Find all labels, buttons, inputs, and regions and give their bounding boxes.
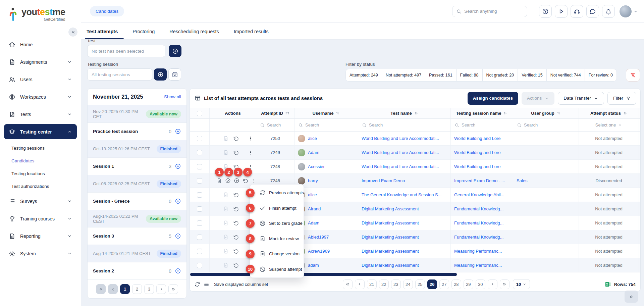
column-search-input[interactable] [369, 122, 450, 128]
data-transfer-dropdown-button[interactable]: Data Transfer [558, 92, 604, 105]
status-chip-not-graded[interactable]: Not graded: 20 [483, 69, 518, 81]
session-filter-input[interactable] [87, 68, 152, 81]
next-page-button[interactable] [156, 284, 166, 294]
column-search-input[interactable] [524, 122, 579, 128]
personal-report-icon[interactable] [216, 178, 222, 184]
page-button-29[interactable]: 29 [464, 279, 473, 289]
last-page-button[interactable] [168, 284, 178, 294]
session-name-link[interactable]: General Knowledge Abil... [454, 192, 504, 197]
column-search-field[interactable] [294, 122, 358, 128]
search-input[interactable] [464, 9, 523, 14]
clear-status-filter-button[interactable] [626, 69, 640, 82]
test-name-link[interactable]: Digital Marketing Assessment [362, 249, 419, 254]
session-date-row[interactable]: Oct-05-2025 02:25 PM CESTFinished [88, 175, 186, 193]
page-button-21[interactable]: 21 [367, 279, 377, 289]
test-name-link[interactable]: The General Knowledge and Session S... [362, 192, 441, 197]
test-name-link[interactable]: World Building and Lore Accommodati... [362, 136, 439, 141]
status-chip-not-verified[interactable]: Not verified: 744 [547, 69, 585, 81]
test-name-link[interactable]: World Building and Lore Accommodati... [362, 150, 439, 155]
excel-export-icon[interactable] [605, 281, 611, 288]
page-button-24[interactable]: 24 [403, 279, 413, 289]
column-search-input[interactable] [462, 122, 513, 128]
previous-page-button[interactable] [108, 284, 118, 294]
row-checkbox[interactable] [197, 249, 202, 254]
personal-report-icon[interactable] [223, 220, 229, 226]
column-search-input[interactable] [305, 122, 358, 128]
status-chip-attempted[interactable]: Attempted: 249 [346, 69, 382, 81]
session-date-row[interactable]: Aug-14-2025 01:21 PM CESTFinished [88, 245, 186, 262]
sidebar-item-workspaces[interactable]: Workspaces [4, 89, 77, 104]
status-chip-not-attempted[interactable]: Not attempted: 497 [382, 69, 425, 81]
column-header-label[interactable]: Testing session name [456, 111, 508, 116]
test-name-link[interactable]: Digital Marketing Assessment [362, 263, 419, 268]
sidebar-collapse-button[interactable] [68, 28, 77, 37]
row-checkbox[interactable] [197, 136, 202, 141]
session-date-row[interactable]: Aug-14-2025 01:22 PM CESTAvailable now [88, 210, 186, 227]
username-link[interactable]: Adam [308, 150, 319, 155]
add-test-button[interactable] [169, 45, 181, 57]
personal-report-icon[interactable] [223, 234, 229, 240]
menu-item-mark-for-review[interactable]: 8Mark for review [250, 231, 304, 247]
username-link[interactable]: Abled1997 [308, 235, 329, 240]
session-name-link[interactable]: Fundamental Knowledg... [454, 235, 503, 240]
menu-item-suspend-attempt[interactable]: 10Suspend attempt [250, 262, 304, 277]
username-link[interactable]: Afrand [308, 206, 321, 211]
username-link[interactable]: Acessier [308, 164, 325, 169]
more-actions-icon[interactable] [248, 150, 253, 155]
row-checkbox[interactable] [197, 206, 202, 212]
session-name-link[interactable]: Improved Exam Demo - ... [454, 178, 505, 183]
row-checkbox[interactable] [197, 220, 202, 226]
session-row[interactable]: Practice test session0 [88, 123, 186, 140]
sidebar-item-reporting[interactable]: Reporting [4, 228, 77, 244]
show-all-link[interactable]: Show all [164, 94, 181, 99]
last-page-button[interactable] [500, 279, 509, 289]
sidebar-item-testing-locations[interactable]: Testing locations [4, 167, 77, 180]
username-link[interactable]: Adam [308, 220, 319, 225]
column-search-field[interactable] [256, 122, 294, 128]
add-session-button[interactable] [154, 68, 167, 81]
tab-proctoring[interactable]: Proctoring [132, 29, 155, 39]
menu-item-change-version[interactable]: 9Change version [250, 246, 304, 262]
menu-item-previous-attempts[interactable]: 5Previous attempts [250, 185, 304, 201]
more-actions-icon[interactable] [251, 178, 256, 184]
page-button-28[interactable]: 28 [451, 279, 461, 289]
menu-item-set-to-zero-grade[interactable]: 7Set to zero grade [250, 216, 304, 231]
verify-attempt-icon[interactable] [225, 178, 231, 184]
session-name-link[interactable]: Measuring Performanc... [454, 263, 502, 268]
personal-report-icon[interactable] [223, 262, 229, 268]
columns-menu-icon[interactable] [204, 282, 209, 287]
username-link[interactable]: adam [308, 263, 319, 268]
session-name-link[interactable]: World Building and Lore [454, 150, 501, 155]
play-button[interactable] [555, 5, 568, 18]
test-name-link[interactable]: Digital Marketing Assessment [362, 235, 419, 240]
status-select-dropdown[interactable]: Select one [579, 122, 639, 128]
session-name-link[interactable]: World Building and Lore [454, 164, 501, 169]
session-row[interactable]: Session 13 [88, 158, 186, 175]
sidebar-item-testing-sessions[interactable]: Testing sessions [4, 142, 77, 154]
sidebar-item-home[interactable]: Home [4, 37, 77, 52]
username-link[interactable]: alice [308, 136, 317, 141]
refresh-icon[interactable] [195, 282, 200, 287]
row-checkbox[interactable] [197, 164, 202, 169]
personal-report-icon[interactable] [223, 192, 229, 198]
sidebar-item-system[interactable]: System [4, 246, 77, 261]
test-name-link[interactable]: Digital Marketing Assessment [362, 206, 419, 211]
test-input[interactable] [92, 49, 161, 54]
session-row[interactable]: Session 20 [88, 262, 186, 280]
page-button-30[interactable]: 30 [476, 279, 485, 289]
session-date-row[interactable]: Nov-20-2025 01:30 PM CETAvailable now [88, 105, 186, 123]
global-search[interactable] [452, 6, 527, 17]
column-header-label[interactable]: Username [313, 111, 340, 116]
personal-report-icon[interactable] [223, 136, 229, 141]
page-button-25[interactable]: 25 [415, 279, 425, 289]
help-button[interactable] [539, 5, 552, 18]
username-link[interactable]: barry [308, 178, 318, 183]
retake-attempt-icon[interactable] [233, 136, 239, 141]
breadcrumb[interactable]: Candidates [90, 6, 124, 16]
row-checkbox[interactable] [197, 192, 202, 198]
sidebar-item-test-authorizations[interactable]: Test authorizations [4, 180, 77, 193]
select-all-checkbox[interactable] [197, 111, 202, 116]
row-checkbox[interactable] [197, 263, 202, 268]
retake-attempt-icon[interactable] [233, 248, 239, 254]
retake-attempt-icon[interactable] [233, 262, 239, 268]
